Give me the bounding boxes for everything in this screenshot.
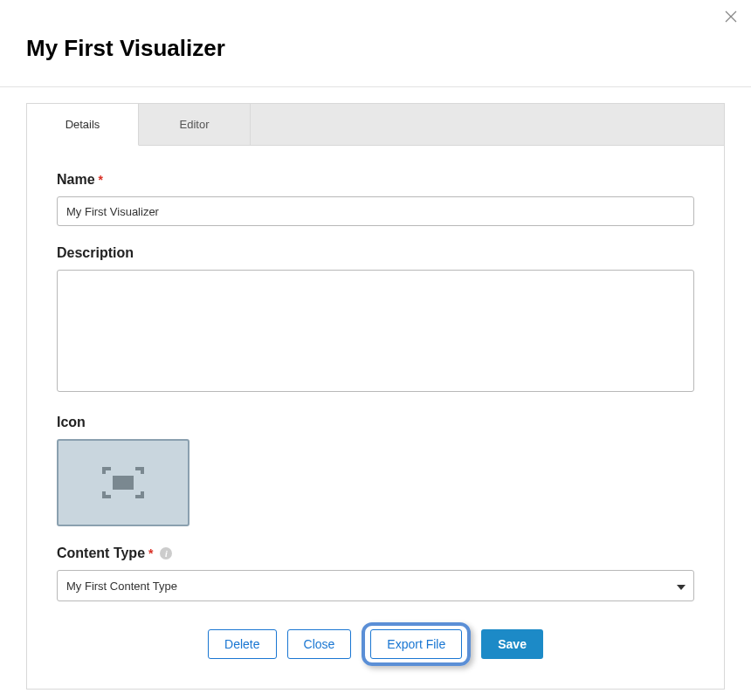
name-input[interactable]: [57, 196, 694, 226]
tab-bar: Details Editor: [27, 104, 724, 146]
info-icon[interactable]: i: [160, 547, 172, 559]
required-asterisk: *: [99, 173, 103, 187]
tab-editor[interactable]: Editor: [139, 104, 251, 145]
name-label-text: Name: [57, 172, 95, 188]
dialog-header: My First Visualizer: [0, 0, 751, 86]
content-type-label-text: Content Type: [57, 546, 145, 561]
delete-button[interactable]: Delete: [208, 629, 276, 659]
svg-rect-2: [113, 476, 134, 490]
close-button[interactable]: Close: [287, 629, 352, 659]
name-label: Name *: [57, 172, 694, 188]
content-type-label: Content Type * i: [57, 546, 694, 561]
required-asterisk: *: [148, 546, 153, 560]
export-file-button[interactable]: Export File: [370, 629, 462, 659]
export-highlight: Export File: [362, 622, 471, 666]
description-input[interactable]: [57, 270, 694, 392]
main-panel: Details Editor Name * Description Icon: [26, 103, 725, 690]
dialog-title: My First Visualizer: [26, 35, 725, 62]
close-dialog-icon[interactable]: [725, 10, 739, 24]
icon-label: Icon: [57, 415, 694, 430]
save-button[interactable]: Save: [481, 629, 543, 659]
fullscreen-icon: [99, 463, 148, 502]
content-type-value: My First Content Type: [66, 580, 177, 593]
icon-picker[interactable]: [57, 439, 189, 526]
description-label: Description: [57, 245, 694, 261]
action-buttons: Delete Close Export File Save: [57, 622, 694, 666]
content-type-select[interactable]: My First Content Type: [57, 570, 694, 601]
tab-details[interactable]: Details: [27, 104, 139, 146]
